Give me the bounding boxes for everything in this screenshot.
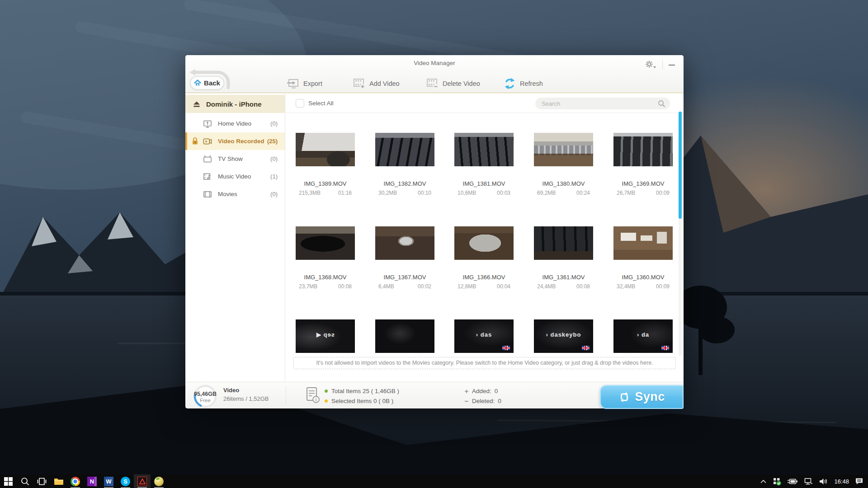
file-explorer-icon (54, 477, 64, 485)
delete-video-button[interactable]: Delete Video (426, 77, 480, 90)
copytrans-button[interactable] (151, 474, 167, 488)
refresh-button[interactable]: Refresh (504, 77, 543, 90)
export-label: Export (303, 80, 322, 87)
sync-status-icon[interactable] (773, 477, 781, 486)
video-item[interactable]: IMG_1382.MOV 30,2MB 00:10 (375, 133, 434, 196)
video-thumbnail[interactable]: sep ◀ (296, 319, 355, 353)
video-item[interactable]: sep ◀ (296, 319, 355, 353)
sidebar-item-movies[interactable]: Movies (0) (185, 185, 285, 203)
video-recorded-icon (203, 137, 212, 146)
video-thumbnail[interactable] (296, 133, 355, 166)
lock-icon (192, 137, 198, 145)
select-all-checkbox[interactable] (296, 99, 304, 108)
acrobat-button[interactable] (134, 474, 151, 488)
back-button[interactable]: Back (190, 76, 224, 90)
video-thumbnail[interactable]: › daskeybo (534, 319, 593, 353)
skype-button[interactable]: S (117, 474, 134, 488)
video-thumbnail[interactable]: › das (454, 319, 514, 353)
video-thumbnail[interactable] (375, 226, 434, 260)
free-space-value: 95,46GB (193, 391, 218, 397)
added-value: 0 (495, 388, 498, 394)
video-size: 24,4MB (537, 283, 556, 290)
sidebar-item-label: Home Video (218, 120, 251, 127)
video-item[interactable]: IMG_1366.MOV 12,6MB 00:04 (454, 226, 514, 290)
video-size: 26,7MB (617, 190, 635, 196)
settings-button[interactable] (645, 60, 656, 70)
network-icon[interactable] (804, 478, 813, 485)
video-item[interactable]: › das (454, 319, 514, 353)
window-header: Video Manager (185, 55, 684, 93)
taskbar-clock[interactable]: 16:48 (834, 478, 849, 485)
chevron-up-icon[interactable] (760, 479, 767, 484)
sidebar-item-music-video[interactable]: Music Video (1) (185, 168, 285, 185)
export-button[interactable]: Export (287, 77, 322, 90)
taskbar-search-button[interactable] (17, 474, 33, 488)
uk-flag-icon (502, 346, 510, 350)
video-thumbnail[interactable] (454, 133, 514, 166)
video-item[interactable]: › da (613, 319, 673, 353)
video-duration: 00:04 (497, 283, 510, 290)
eject-icon (193, 101, 201, 108)
video-item[interactable]: IMG_1367.MOV 6,4MB 00:02 (375, 226, 434, 290)
plus-icon: + (464, 387, 469, 395)
video-filename: IMG_1369.MOV (613, 180, 673, 187)
selected-items-bullet (325, 399, 328, 403)
device-name: Dominik - iPhone (206, 100, 262, 108)
sidebar-item-tv-show[interactable]: TV Show (0) (185, 150, 285, 168)
video-duration: 00:24 (576, 190, 590, 196)
word-button[interactable]: W (100, 474, 117, 488)
selection-row: Select All (286, 94, 684, 113)
back-label: Back (204, 79, 220, 87)
video-filename: IMG_1389.MOV (296, 180, 355, 187)
scrollbar-thumb[interactable] (679, 112, 682, 219)
video-duration: 01:16 (338, 190, 352, 196)
select-all-label: Select All (308, 100, 334, 107)
video-item[interactable]: › daskeybo (534, 319, 593, 353)
task-view-button[interactable] (33, 474, 50, 488)
home-video-icon (203, 119, 212, 128)
video-thumbnail[interactable] (534, 226, 593, 260)
video-thumbnail[interactable] (613, 133, 673, 166)
sidebar-item-video-recorded[interactable]: Video Recorded (25) (185, 132, 285, 150)
onenote-button[interactable]: N (84, 474, 100, 488)
video-item[interactable]: IMG_1380.MOV 69,2MB 00:24 (534, 133, 593, 196)
add-video-button[interactable]: Add Video (353, 77, 400, 90)
delete-video-icon (426, 78, 439, 89)
video-duration: 00:02 (418, 283, 431, 290)
add-video-label: Add Video (369, 80, 400, 87)
window-title: Video Manager (185, 60, 684, 66)
sidebar-item-home-video[interactable]: Home Video (0) (185, 115, 285, 132)
start-button[interactable] (0, 474, 17, 488)
video-thumbnail[interactable] (375, 319, 434, 353)
video-filename: IMG_1368.MOV (296, 274, 355, 281)
search-input[interactable] (535, 98, 670, 109)
video-item[interactable]: IMG_1361.MOV 24,4MB 00:08 (534, 226, 593, 290)
video-item[interactable] (375, 319, 434, 353)
video-thumbnail[interactable] (375, 133, 434, 166)
video-thumbnail[interactable] (613, 226, 673, 260)
thumbnail-text: › daskeybo (534, 331, 593, 338)
back-button-group: Back (189, 68, 234, 92)
file-explorer-button[interactable] (50, 474, 67, 488)
video-item[interactable]: IMG_1360.MOV 32,4MB 00:09 (613, 226, 673, 290)
video-size: 215,3MB (299, 190, 321, 196)
export-icon (287, 78, 299, 89)
video-thumbnail[interactable]: › da (613, 319, 673, 353)
action-center-icon[interactable] (855, 477, 863, 485)
chrome-button[interactable] (67, 474, 84, 488)
video-item[interactable]: IMG_1369.MOV 26,7MB 00:09 (613, 133, 673, 196)
search-icon (658, 100, 665, 108)
video-thumbnail[interactable] (454, 226, 514, 260)
video-item[interactable]: IMG_1368.MOV 23,7MB 00:08 (296, 226, 355, 290)
video-thumbnail[interactable] (296, 226, 355, 260)
device-header[interactable]: Dominik - iPhone (185, 95, 285, 113)
video-thumbnail[interactable] (534, 133, 593, 166)
battery-icon[interactable] (787, 478, 798, 485)
video-item[interactable]: IMG_1381.MOV 10,6MB 00:03 (454, 133, 514, 196)
video-item[interactable]: IMG_1389.MOV 215,3MB 01:16 (296, 133, 355, 196)
volume-icon[interactable] (819, 478, 828, 485)
minimize-button[interactable] (667, 61, 676, 69)
sidebar: Dominik - iPhone Home Video (0) (185, 94, 285, 382)
sync-button[interactable]: Sync (600, 385, 684, 409)
video-filename: IMG_1380.MOV (534, 180, 593, 187)
